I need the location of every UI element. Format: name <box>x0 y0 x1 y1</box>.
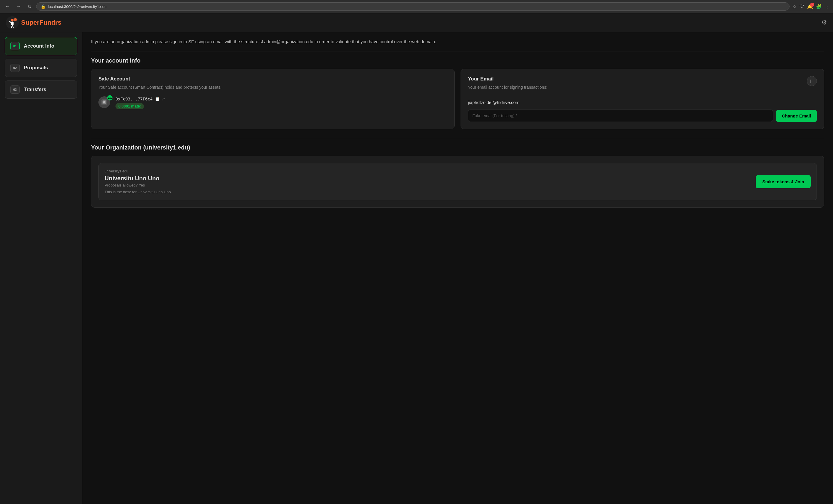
sidebar-item-transfers[interactable]: 03 Transfers <box>5 80 77 99</box>
logo-area: SuperFundrs <box>6 16 62 29</box>
sidebar-num-2: 02 <box>10 64 20 72</box>
safe-info: 0xFc93...77F6c4 📋 ↗ 0.0001 matic <box>115 97 165 109</box>
account-info-title: Your account Info <box>91 57 824 64</box>
extensions-button[interactable]: 🧩 <box>816 4 822 9</box>
main-content: 01 Account Info 02 Proposals 03 Transfer… <box>0 32 833 504</box>
org-section: Your Organization (university1.edu) univ… <box>91 144 824 208</box>
address-bar[interactable]: 🔒 localhost:3000/?sf=university1.edu <box>36 2 789 10</box>
change-email-button[interactable]: Change Email <box>776 110 817 122</box>
safe-avatar: 1/1 <box>98 96 111 109</box>
sidebar-item-account-info[interactable]: 01 Account Info <box>5 37 77 55</box>
account-cards-row: Safe Account Your Safe account (Smart Co… <box>91 69 824 129</box>
logout-button[interactable]: ⊢ <box>807 76 817 86</box>
safe-card-desc: Your Safe account (Smart Contract) holds… <box>98 84 447 91</box>
svg-point-6 <box>14 18 17 21</box>
app-container: SuperFundrs ⚙ 01 Account Info 02 Proposa… <box>0 13 833 504</box>
safe-account-card: Safe Account Your Safe account (Smart Co… <box>91 69 455 129</box>
email-card: Your Email Your email account for signin… <box>460 69 824 129</box>
org-card: university1.edu Universitu Uno Uno Propo… <box>91 156 824 208</box>
svg-point-1 <box>11 19 14 21</box>
safe-card-title: Safe Account <box>98 76 447 82</box>
logo-circle <box>6 16 19 29</box>
email-card-title: Your Email <box>468 76 547 82</box>
sidebar-label-1: Account Info <box>24 43 54 49</box>
email-card-header: Your Email Your email account for signin… <box>468 76 817 96</box>
divider-1 <box>91 51 824 51</box>
fake-email-input[interactable] <box>468 110 773 122</box>
notifications-button[interactable]: 🔔 1 <box>807 4 813 9</box>
safe-badge: 1/1 <box>107 95 113 100</box>
browser-icons: ☆ 🛡 🔔 1 🧩 ⋮ <box>792 4 830 9</box>
page-content: If you are an organization admin please … <box>82 32 833 504</box>
forward-button[interactable]: → <box>15 3 23 10</box>
email-card-desc: Your email account for signing transacti… <box>468 84 547 91</box>
svg-rect-2 <box>11 22 14 25</box>
shield-button[interactable]: 🛡 <box>800 4 804 9</box>
stake-join-button[interactable]: Stake tokens & Join <box>756 175 811 188</box>
org-info: university1.edu Universitu Uno Uno Propo… <box>104 169 171 194</box>
url-text: localhost:3000/?sf=university1.edu <box>48 4 106 9</box>
org-name: Universitu Uno Uno <box>104 175 171 182</box>
org-desc: This is the desc for Universitu Uno Uno <box>104 190 171 194</box>
info-text: If you are an organization admin please … <box>91 38 824 45</box>
divider-2 <box>91 138 824 138</box>
sidebar-num-3: 03 <box>10 86 20 94</box>
refresh-button[interactable]: ↻ <box>26 3 33 10</box>
sidebar-label-3: Transfers <box>24 87 46 93</box>
org-domain: university1.edu <box>104 169 171 173</box>
menu-button[interactable]: ⋮ <box>825 4 830 9</box>
bookmark-button[interactable]: ☆ <box>792 4 796 9</box>
top-nav: SuperFundrs ⚙ <box>0 13 833 32</box>
email-input-row: Change Email <box>468 110 817 122</box>
sidebar-label-2: Proposals <box>24 65 48 71</box>
email-value: jiaphdtzoidel@hldrive.com <box>468 100 817 105</box>
org-proposals: Proposals allowed? Yes <box>104 183 171 187</box>
svg-rect-9 <box>103 101 105 103</box>
sidebar-item-proposals[interactable]: 02 Proposals <box>5 59 77 77</box>
open-explorer-button[interactable]: ↗ <box>162 97 165 101</box>
safe-address: 0xFc93...77F6c4 📋 ↗ <box>115 97 165 101</box>
org-section-title: Your Organization (university1.edu) <box>91 144 824 151</box>
logout-icon: ⊢ <box>810 78 814 84</box>
sidebar-num-1: 01 <box>10 42 20 50</box>
copy-address-button[interactable]: 📋 <box>155 97 160 101</box>
safe-balance: 0.0001 matic <box>115 103 144 109</box>
browser-chrome: ← → ↻ 🔒 localhost:3000/?sf=university1.e… <box>0 0 833 13</box>
org-inner-card: university1.edu Universitu Uno Uno Propo… <box>98 163 817 200</box>
safe-address-icons: 📋 ↗ <box>155 97 165 101</box>
settings-button[interactable]: ⚙ <box>821 19 827 26</box>
safe-account-row: 1/1 0xFc93...77F6c4 📋 ↗ 0.0001 matic <box>98 96 447 109</box>
back-button[interactable]: ← <box>3 3 12 10</box>
sidebar: 01 Account Info 02 Proposals 03 Transfer… <box>0 32 82 504</box>
logo-text: SuperFundrs <box>21 19 62 26</box>
